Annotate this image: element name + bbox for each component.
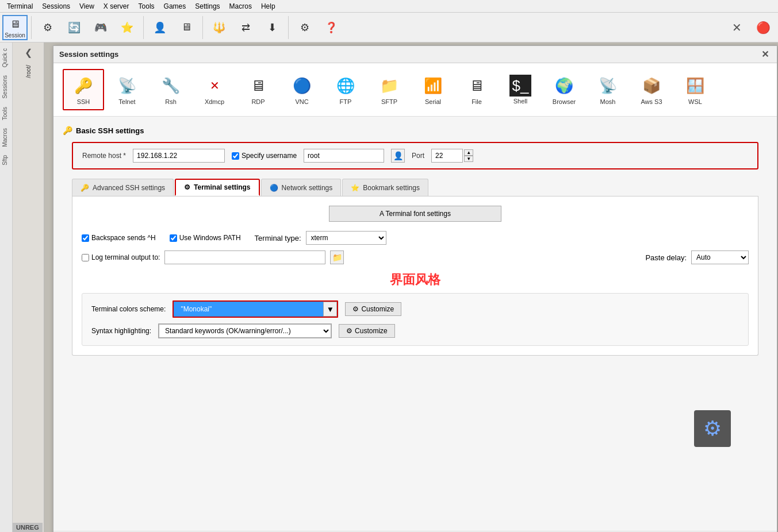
ftp-label: FTP [340,98,352,105]
colors-scheme-value[interactable]: "Monokai" [174,302,323,317]
session-type-rdp[interactable]: 🖥 RDP [237,69,279,110]
session-type-wsl[interactable]: 🪟 WSL [674,69,716,110]
toolbar-icon-3: 🔄 [66,20,82,36]
session-button[interactable]: 🖥 Session [2,15,28,40]
vnc-icon: 🔵 [290,74,313,97]
unreg-badge: UNREG [13,523,43,532]
left-panel: ❮ /root/ [13,43,44,532]
menu-sessions[interactable]: Sessions [37,1,75,11]
session-type-shell[interactable]: $_ Shell [500,69,541,110]
backspace-checkbox[interactable] [82,234,89,242]
toolbar: 🖥 Session ⚙ 🔄 🎮 ⭐ 👤 🖥 🔱 ⇄ ⬇ ⚙ ❓ ✕ 🔴 [0,13,778,43]
session-type-file[interactable]: 🖥 File [456,69,497,110]
use-windows-path-checkbox[interactable] [170,234,177,242]
colors-dropdown-button[interactable]: ▼ [323,302,337,317]
remote-host-label: Remote host * [82,152,126,160]
sidebar-tools[interactable]: Tools [1,103,12,124]
session-type-awss3[interactable]: 📦 Aws S3 [631,69,672,110]
font-settings-button[interactable]: A Terminal font settings [329,206,501,222]
rsh-icon: 🔧 [159,74,182,97]
toolbar-btn-red[interactable]: 🔴 [750,15,776,40]
port-down-button[interactable]: ▼ [464,156,473,162]
folder-button[interactable]: 📁 [330,250,344,264]
basic-ssh-section: 🔑 Basic SSH settings Remote host * Speci… [63,126,768,169]
toolbar-icon-2: ⚙ [40,20,56,36]
paste-delay-label: Paste delay: [645,253,687,262]
sidebar-macros[interactable]: Macros [1,125,12,151]
ssh-icon: 🔑 [72,74,95,97]
menu-macros[interactable]: Macros [225,1,256,11]
basic-ssh-box: Remote host * Specify username 👤 Port ▲ … [72,142,758,169]
session-icon: 🖥 [7,16,23,32]
sidebar-quick[interactable]: Quick c [1,45,12,71]
rsh-label: Rsh [165,98,177,105]
session-type-mosh[interactable]: 📡 Mosh [587,69,628,110]
log-output-checkbox[interactable] [82,254,89,261]
toolbar-icon-5: ⭐ [119,20,135,36]
menu-help[interactable]: Help [256,1,280,11]
tab-terminal-label: Terminal settings [194,183,250,191]
log-output-input[interactable] [164,250,325,264]
toolbar-btn-5[interactable]: ⭐ [114,15,140,40]
left-panel-arrow[interactable]: ❮ [22,45,35,60]
menu-view[interactable]: View [75,1,99,11]
session-type-sftp[interactable]: 📁 SFTP [369,69,410,110]
file-icon: 🖥 [465,74,488,97]
dialog-title: Session settings [59,50,758,59]
session-type-serial[interactable]: 📶 Serial [412,69,454,110]
toolbar-btn-6[interactable]: 👤 [147,15,173,40]
toolbar-btn-9[interactable]: ⇄ [233,15,258,40]
tab-advanced-ssh[interactable]: 🔑 Advanced SSH settings [72,179,174,196]
session-type-telnet[interactable]: 📡 Telnet [106,69,148,110]
session-type-vnc[interactable]: 🔵 VNC [281,69,323,110]
port-spinner[interactable]: ▲ ▼ [464,149,473,162]
menu-games[interactable]: Games [159,1,191,11]
menu-bar: Terminal Sessions View X server Tools Ga… [0,0,778,13]
menu-xserver[interactable]: X server [99,1,134,11]
log-output-checkbox-label[interactable]: Log terminal output to: [82,253,160,261]
port-input[interactable] [431,149,463,163]
session-type-rsh[interactable]: 🔧 Rsh [150,69,191,110]
toolbar-btn-7[interactable]: 🖥 [174,15,199,40]
session-label: Session [5,32,25,38]
browser-label: Browser [553,98,576,105]
toolbar-btn-3[interactable]: 🔄 [62,15,87,40]
tab-terminal[interactable]: ⚙ Terminal settings [175,179,259,196]
menu-settings[interactable]: Settings [190,1,224,11]
tab-network[interactable]: 🔵 Network settings [261,179,342,196]
session-type-ftp[interactable]: 🌐 FTP [325,69,366,110]
menu-terminal[interactable]: Terminal [2,1,37,11]
sidebar-sessions[interactable]: Sessions [1,72,12,102]
toolbar-btn-8[interactable]: 🔱 [206,15,232,40]
toolbar-btn-2[interactable]: ⚙ [35,15,60,40]
syntax-select[interactable]: Standard keywords (OK/warning/error/...)… [159,324,331,338]
session-type-xdmcp[interactable]: ✕ Xdmcp [194,69,235,110]
paste-delay-select[interactable]: Auto None 1ms 10ms [691,250,749,264]
toolbar-btn-4[interactable]: 🎮 [88,15,113,40]
sidebar-sftp[interactable]: Sftp [1,152,12,169]
specify-username-checkbox[interactable] [232,152,239,160]
toolbar-btn-help[interactable]: ❓ [319,15,344,40]
tab-bookmark[interactable]: ⭐ Bookmark settings [342,179,428,196]
user-icon-button[interactable]: 👤 [391,149,405,163]
session-type-browser[interactable]: 🌍 Browser [543,69,585,110]
awss3-label: Aws S3 [641,98,662,105]
serial-label: Serial [425,98,441,105]
toolbar-btn-settings[interactable]: ⚙ [292,15,317,40]
dialog-close-button[interactable]: ✕ [758,48,771,61]
terminal-type-select[interactable]: xterm vt100 linux xterm-256color [306,231,386,245]
menu-tools[interactable]: Tools [134,1,159,11]
customize-syntax-button[interactable]: ⚙ Customize [339,324,395,338]
toolbar-btn-close[interactable]: ✕ [724,15,749,40]
remote-host-input[interactable] [133,149,225,163]
customize-colors-button[interactable]: ⚙ Customize [345,302,401,316]
ftp-icon: 🌐 [334,74,357,97]
toolbar-btn-10[interactable]: ⬇ [259,15,285,40]
customize2-icon: ⚙ [346,327,352,335]
port-up-button[interactable]: ▲ [464,149,473,156]
specify-username-checkbox-label[interactable]: Specify username [232,152,297,160]
backspace-checkbox-label[interactable]: Backspace sends ^H [82,234,156,242]
use-windows-path-checkbox-label[interactable]: Use Windows PATH [170,234,241,242]
session-type-ssh[interactable]: 🔑 SSH [63,69,104,110]
username-input[interactable] [304,149,384,163]
